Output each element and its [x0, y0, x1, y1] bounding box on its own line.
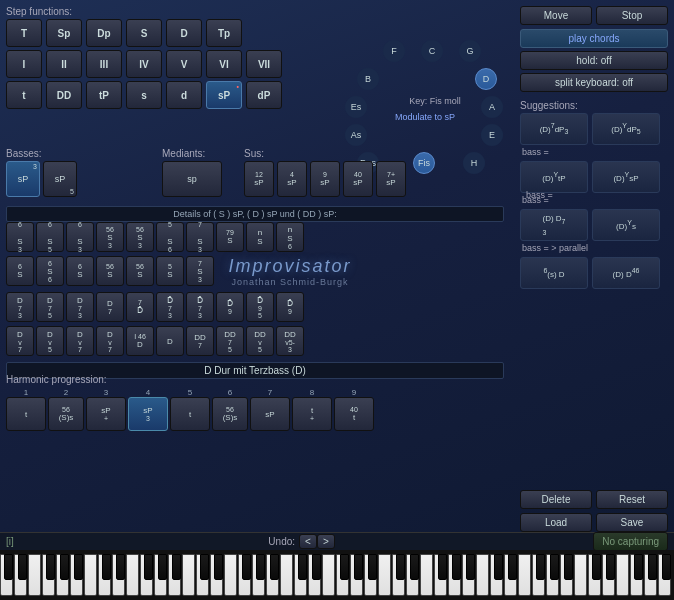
piano-black-key[interactable] — [648, 554, 657, 580]
step-t[interactable]: t — [6, 81, 42, 109]
detail-Dq9-2[interactable]: D̊95 — [246, 292, 274, 322]
undo-back-button[interactable]: < — [299, 534, 317, 549]
piano-black-key[interactable] — [634, 554, 643, 580]
detail-D7-1[interactable]: D73 — [6, 292, 34, 322]
detail-S6-3[interactable]: 6S3 — [66, 222, 94, 252]
detail-DDv5-[interactable]: DDv5-3 — [276, 326, 304, 356]
piano-black-key[interactable] — [4, 554, 13, 580]
note-H[interactable]: H — [463, 152, 485, 174]
piano-black-key[interactable] — [270, 554, 279, 580]
suggestion-5[interactable]: (D) D73 — [520, 209, 588, 241]
piano-black-key[interactable] — [452, 554, 461, 580]
step-II[interactable]: II — [46, 50, 82, 78]
piano-black-key[interactable] — [18, 554, 27, 580]
piano-black-key[interactable] — [312, 554, 321, 580]
harm-8[interactable]: t+ — [292, 397, 332, 431]
note-G[interactable]: G — [459, 40, 481, 62]
sus-sP12[interactable]: 12sP — [244, 161, 274, 197]
detail-S5-1[interactable]: 5S6 — [156, 222, 184, 252]
step-DD[interactable]: DD — [46, 81, 82, 109]
detail-DD7-1[interactable]: DD7 — [186, 326, 214, 356]
piano-black-key[interactable] — [200, 554, 209, 580]
step-IV[interactable]: IV — [126, 50, 162, 78]
note-Es[interactable]: Es — [345, 96, 367, 118]
piano-black-key[interactable] — [438, 554, 447, 580]
modulate-button[interactable]: Modulate to sP — [375, 112, 475, 122]
suggestion-1[interactable]: (D)7dP3 — [520, 113, 588, 145]
piano-black-key[interactable] — [256, 554, 265, 580]
note-C[interactable]: C — [421, 40, 443, 62]
suggestion-3[interactable]: (D)YtP — [520, 161, 588, 193]
piano-black-key[interactable] — [214, 554, 223, 580]
step-V[interactable]: V — [166, 50, 202, 78]
step-Dp[interactable]: Dp — [86, 19, 122, 47]
detail-Dv7-3[interactable]: Dv7 — [66, 326, 94, 356]
delete-button[interactable]: Delete — [520, 490, 592, 509]
detail-DDv-1[interactable]: DDv5 — [246, 326, 274, 356]
step-III[interactable]: III — [86, 50, 122, 78]
piano-black-key[interactable] — [536, 554, 545, 580]
step-sP[interactable]: •sP — [206, 81, 242, 109]
sus-sP9[interactable]: 9sP — [310, 161, 340, 197]
piano-black-key[interactable] — [606, 554, 615, 580]
detail-S56-2[interactable]: 56S3 — [126, 222, 154, 252]
no-capturing-button[interactable]: No capturing — [593, 532, 668, 551]
bass-sP3[interactable]: 3sP — [6, 161, 40, 197]
piano-black-key[interactable] — [60, 554, 69, 580]
piano-white-key[interactable] — [518, 554, 531, 596]
step-d[interactable]: d — [166, 81, 202, 109]
suggestion-8[interactable]: (D) D46 — [592, 257, 660, 289]
piano-white-key[interactable] — [420, 554, 433, 596]
piano-black-key[interactable] — [396, 554, 405, 580]
piano-black-key[interactable] — [550, 554, 559, 580]
detail-S5-r2[interactable]: 5S — [156, 256, 184, 286]
play-chords-button[interactable]: play chords — [520, 29, 668, 48]
note-F[interactable]: F — [383, 40, 405, 62]
reset-button[interactable]: Reset — [596, 490, 668, 509]
detail-S79[interactable]: 79S — [216, 222, 244, 252]
harm-9[interactable]: 40t — [334, 397, 374, 431]
piano-black-key[interactable] — [116, 554, 125, 580]
piano-white-key[interactable] — [126, 554, 139, 596]
detail-D46[interactable]: I 46D — [126, 326, 154, 356]
piano-black-key[interactable] — [662, 554, 671, 580]
piano-black-key[interactable] — [340, 554, 349, 580]
piano-black-key[interactable] — [354, 554, 363, 580]
detail-Dv7-1[interactable]: Dv7 — [6, 326, 34, 356]
piano-black-key[interactable] — [46, 554, 55, 580]
sus-sP7plus[interactable]: 7+sP — [376, 161, 406, 197]
suggestion-4[interactable]: (D)YsP — [592, 161, 660, 193]
piano-white-key[interactable] — [224, 554, 237, 596]
split-keyboard-button[interactable]: split keyboard: off — [520, 73, 668, 92]
note-D[interactable]: D — [475, 68, 497, 90]
step-VII[interactable]: VII — [246, 50, 282, 78]
note-B[interactable]: B — [357, 68, 379, 90]
note-E[interactable]: E — [481, 124, 503, 146]
suggestion-6[interactable]: (D)Ys — [592, 209, 660, 241]
piano-keyboard[interactable]: // We'll draw the piano inline — [0, 550, 674, 600]
note-As[interactable]: As — [345, 124, 367, 146]
piano-black-key[interactable] — [172, 554, 181, 580]
undo-fwd-button[interactable]: > — [317, 534, 335, 549]
detail-Dq7[interactable]: 7D̊ — [126, 292, 154, 322]
detail-Sn-1[interactable]: nS — [246, 222, 274, 252]
suggestion-7[interactable]: 6(s) D — [520, 257, 588, 289]
detail-S7-r2[interactable]: 7S3 — [186, 256, 214, 286]
step-VI[interactable]: VI — [206, 50, 242, 78]
piano-black-key[interactable] — [158, 554, 167, 580]
piano-white-key[interactable] — [378, 554, 391, 596]
piano-black-key[interactable] — [494, 554, 503, 580]
piano-black-key[interactable] — [102, 554, 111, 580]
save-button[interactable]: Save — [596, 513, 668, 532]
piano-black-key[interactable] — [592, 554, 601, 580]
detail-Dq7-2[interactable]: D̊73 — [156, 292, 184, 322]
detail-Dq9-3[interactable]: D̊9 — [276, 292, 304, 322]
step-I[interactable]: I — [6, 50, 42, 78]
piano-white-key[interactable] — [574, 554, 587, 596]
detail-S7[interactable]: 7S3 — [186, 222, 214, 252]
piano-black-key[interactable] — [74, 554, 83, 580]
step-s[interactable]: s — [126, 81, 162, 109]
detail-S6-2[interactable]: 6S5 — [36, 222, 64, 252]
piano-white-key[interactable] — [616, 554, 629, 596]
stop-button[interactable]: Stop — [596, 6, 668, 25]
